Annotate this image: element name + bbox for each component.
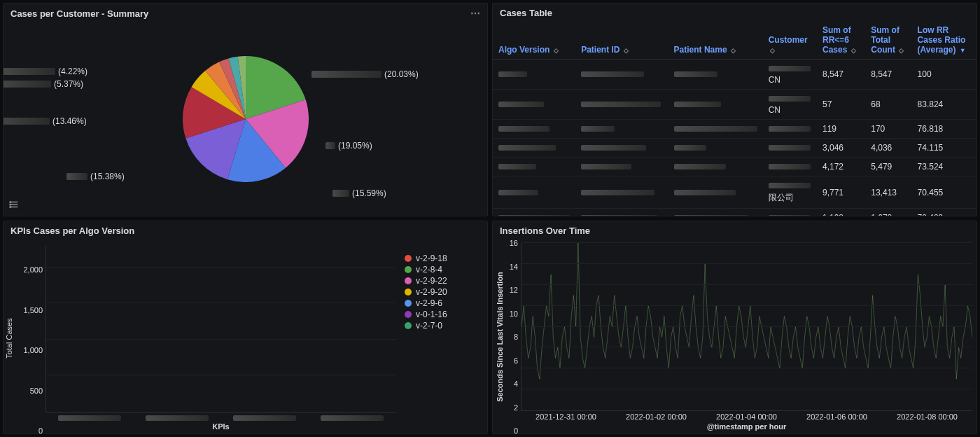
line-ytick: 2	[514, 403, 518, 412]
line-ytick: 12	[510, 286, 518, 294]
panel-kpis-cases: KPIs Cases per Algo Version Total Cases …	[3, 221, 488, 434]
bar-xtick	[228, 415, 302, 421]
bar-ytick: 2,000	[23, 265, 43, 274]
table-row[interactable]: CN576883.824	[493, 90, 976, 120]
table-cell: 4,172	[817, 158, 865, 176]
table-cell: 76.818	[912, 120, 976, 139]
table-cell: 74.115	[912, 139, 976, 158]
bar-ylabel: Total Cases	[5, 318, 13, 358]
svg-point-5	[10, 207, 11, 208]
line-ytick: 6	[514, 356, 518, 365]
line-xtick: 2021-12-31 00:00	[536, 412, 596, 421]
table-cell: 70.455	[912, 176, 976, 209]
line-chart[interactable]	[521, 243, 972, 411]
panel-cases-per-customer: Cases per Customer - Summary ⋯ (20.03%)(…	[3, 3, 488, 216]
table-cell: 1,672	[865, 209, 911, 216]
line-xlabel: @timestamp per hour	[521, 421, 972, 431]
pie-label: (19.05%)	[326, 141, 372, 151]
pie-label: (15.38%)	[66, 172, 125, 181]
svg-point-4	[10, 204, 11, 205]
pie-label: (5.37%)	[4, 79, 83, 89]
legend-item[interactable]: v-2-9-6	[405, 298, 480, 309]
pie-label: (15.59%)	[332, 188, 386, 198]
legend-item[interactable]: v-2-7-0	[405, 320, 480, 331]
table-cell: 68	[865, 90, 911, 120]
bar-xlabel: KPIs	[46, 421, 396, 431]
table-header-pid[interactable]: Patient ID ◇	[575, 21, 668, 60]
panel-title: Cases per Customer - Summary	[10, 8, 148, 19]
cases-table: Algo Version ◇Patient ID ◇Patient Name ◇…	[493, 21, 976, 216]
table-cell: 8,547	[865, 60, 911, 90]
table-row[interactable]: 1,1981,67270.429	[493, 209, 976, 216]
table-header-sum_rr[interactable]: Sum of RR<=6 Cases ◇	[817, 21, 865, 60]
table-row[interactable]: CN8,5478,547100	[493, 60, 976, 90]
table-cell: 100	[912, 60, 976, 90]
legend-item[interactable]: v-2-9-22	[405, 275, 480, 286]
bar-ytick: 0	[38, 426, 43, 433]
line-ytick: 16	[510, 239, 518, 247]
legend-item[interactable]: v-2-9-20	[405, 286, 480, 298]
legend-item[interactable]: v-0-1-16	[405, 309, 480, 320]
table-row[interactable]: 4,1725,47973.524	[493, 158, 976, 176]
pie-label: (20.03%)	[312, 69, 419, 79]
panel-title: KPIs Cases per Algo Version	[10, 226, 134, 236]
legend-item[interactable]: v-2-9-18	[405, 253, 480, 264]
table-cell: 170	[865, 120, 911, 139]
bar-legend: v-2-9-18v-2-8-4v-2-9-22v-2-9-20v-2-9-6v-…	[396, 246, 480, 431]
panel-insertions-over-time: Insertions Over Time Seconds Since Last …	[492, 221, 977, 434]
table-header-algo[interactable]: Algo Version ◇	[493, 21, 575, 60]
line-xtick: 2022-01-02 00:00	[626, 412, 687, 421]
table-cell: 70.429	[912, 209, 976, 216]
bar-ytick: 500	[30, 387, 43, 395]
table-cell: 5,479	[865, 158, 911, 176]
table-header-sum_total[interactable]: Sum of Total Count ◇	[865, 21, 911, 60]
table-cell: 73.524	[912, 158, 976, 176]
line-xtick: 2022-01-08 00:00	[897, 412, 958, 421]
legend-toggle-icon[interactable]	[9, 200, 19, 211]
table-cell: 83.824	[912, 90, 976, 120]
table-cell: 4,036	[865, 139, 911, 158]
panel-cases-table: Cases Table Algo Version ◇Patient ID ◇Pa…	[492, 3, 977, 216]
bar-xtick	[316, 415, 389, 421]
table-cell: 3,046	[817, 139, 865, 158]
panel-menu-icon[interactable]: ⋯	[470, 8, 480, 19]
table-cell: 57	[817, 90, 865, 120]
table-cell: 1,198	[817, 209, 865, 216]
table-row[interactable]: 3,0464,03674.115	[493, 139, 976, 158]
line-ytick: 8	[514, 333, 518, 341]
line-ytick: 0	[514, 426, 518, 433]
panel-title: Cases Table	[500, 8, 552, 18]
line-ylabel: Seconds Since Last Vitals Insertion	[496, 272, 504, 402]
line-xtick: 2022-01-04 00:00	[716, 412, 777, 421]
line-xtick: 2022-01-06 00:00	[806, 412, 867, 421]
table-cell: 8,547	[817, 60, 865, 90]
table-cell: 13,413	[865, 176, 911, 209]
line-ytick: 4	[514, 380, 518, 388]
bar-xtick	[140, 415, 214, 421]
table-row[interactable]: 11917076.818	[493, 120, 976, 139]
table-header-ratio[interactable]: Low RR Cases Ratio (Average) ▼	[912, 21, 976, 60]
panel-title: Insertions Over Time	[500, 226, 590, 236]
pie-label: (13.46%)	[4, 116, 87, 126]
table-cell: 9,771	[817, 176, 865, 209]
bar-ytick: 1,000	[23, 346, 43, 354]
table-header-customer[interactable]: Customer ◇	[763, 21, 817, 60]
table-row[interactable]: 限公司9,77113,41370.455	[493, 176, 976, 209]
pie-label: (4.22%)	[4, 67, 88, 76]
bar-xtick	[52, 415, 126, 421]
svg-point-3	[10, 202, 11, 203]
line-ytick: 10	[510, 310, 518, 318]
legend-item[interactable]: v-2-8-4	[405, 264, 480, 275]
table-cell: 119	[817, 120, 865, 139]
table-header-pname[interactable]: Patient Name ◇	[668, 21, 763, 60]
line-ytick: 14	[510, 263, 518, 271]
bar-ytick: 1,500	[23, 306, 43, 314]
